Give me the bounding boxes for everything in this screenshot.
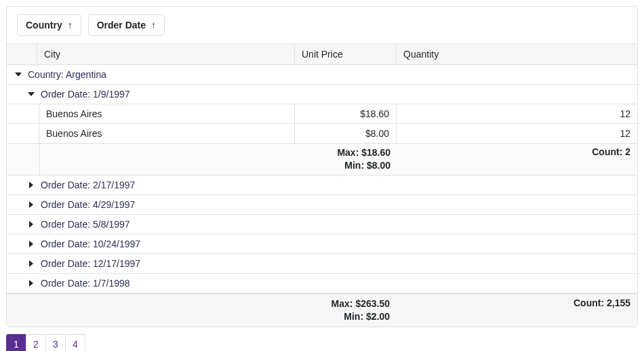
- cell-unit-price: $8.00: [295, 124, 397, 143]
- page-4[interactable]: 4: [65, 334, 85, 351]
- header-unit-price[interactable]: Unit Price: [295, 44, 397, 64]
- caret-right-icon[interactable]: [26, 180, 37, 190]
- table-row[interactable]: Buenos Aires$8.0012: [7, 124, 637, 144]
- pagination: 1234: [6, 334, 638, 351]
- caret-down-icon[interactable]: [26, 89, 37, 100]
- group-label: Order Date: 1/9/1997: [41, 89, 130, 100]
- grid-footer-summary: Max: $263.50 Min: $2.00 Count: 2,155: [7, 293, 637, 327]
- summary-min: Min: $8.00: [47, 159, 390, 172]
- cell-quantity: 12: [397, 124, 637, 143]
- group-row-orderdate[interactable]: Order Date: 2/17/1997: [7, 176, 637, 195]
- chip-label: Order Date: [97, 20, 146, 30]
- cell-city: Buenos Aires: [39, 104, 295, 123]
- group-row-orderdate[interactable]: Order Date: 1/9/1997: [7, 85, 637, 104]
- group-label: Order Date: 1/7/1998: [41, 278, 130, 289]
- group-chip-orderdate[interactable]: Order Date ↑: [88, 14, 165, 36]
- group-row-orderdate[interactable]: Order Date: 4/29/1997: [7, 195, 637, 215]
- indent-spacer: [7, 144, 39, 175]
- group-row-orderdate[interactable]: Order Date: 1/7/1998: [7, 274, 637, 293]
- group-label: Order Date: 4/29/1997: [41, 199, 135, 210]
- arrow-up-icon: ↑: [68, 20, 73, 30]
- summary-max: Max: $18.60: [47, 146, 390, 159]
- footer-price-summary: Max: $263.50 Min: $2.00: [7, 294, 397, 327]
- group-label: Order Date: 2/17/1997: [41, 180, 135, 190]
- group-label: Order Date: 10/24/1997: [41, 239, 140, 249]
- group-summary: Max: $18.60Min: $8.00Count: 2: [7, 144, 637, 176]
- page-2[interactable]: 2: [26, 334, 46, 351]
- indent-spacer: [7, 104, 39, 123]
- cell-quantity: 12: [397, 104, 637, 123]
- cell-city: Buenos Aires: [39, 124, 295, 143]
- header-quantity[interactable]: Quantity: [397, 44, 637, 64]
- group-chips-area: Country ↑ Order Date ↑: [7, 7, 637, 43]
- group-label: Country: Argentina: [28, 69, 106, 80]
- footer-count: Count: 2,155: [397, 294, 637, 327]
- group-chip-country[interactable]: Country ↑: [17, 14, 81, 36]
- footer-max: Max: $263.50: [14, 297, 390, 310]
- indent-spacer: [7, 124, 39, 143]
- group-row-orderdate[interactable]: Order Date: 10/24/1997: [7, 234, 637, 254]
- group-label: Order Date: 12/17/1997: [41, 258, 140, 269]
- page-1[interactable]: 1: [6, 334, 26, 351]
- caret-down-icon[interactable]: [13, 69, 24, 80]
- date-groups: Order Date: 1/9/1997Buenos Aires$18.6012…: [7, 85, 637, 293]
- caret-right-icon[interactable]: [26, 239, 37, 249]
- cell-unit-price: $18.60: [295, 104, 397, 123]
- grid-panel: Country ↑ Order Date ↑ City Unit Price Q…: [6, 6, 638, 327]
- header-spacer: [7, 44, 37, 64]
- footer-min: Min: $2.00: [14, 310, 390, 323]
- caret-right-icon[interactable]: [26, 278, 37, 289]
- table-row[interactable]: Buenos Aires$18.6012: [7, 104, 637, 124]
- summary-count: Count: 2: [397, 144, 637, 175]
- caret-right-icon[interactable]: [26, 258, 37, 269]
- summary-price: Max: $18.60Min: $8.00: [40, 144, 397, 175]
- caret-right-icon[interactable]: [26, 219, 37, 230]
- caret-right-icon[interactable]: [26, 199, 37, 210]
- arrow-up-icon: ↑: [151, 20, 156, 30]
- group-row-country[interactable]: Country: Argentina: [7, 65, 637, 85]
- header-city[interactable]: City: [37, 44, 295, 64]
- column-headers: City Unit Price Quantity: [7, 43, 637, 65]
- chip-label: Country: [26, 20, 62, 30]
- group-label: Order Date: 5/8/1997: [41, 219, 130, 230]
- group-row-orderdate[interactable]: Order Date: 12/17/1997: [7, 254, 637, 274]
- page-3[interactable]: 3: [45, 334, 66, 351]
- group-row-orderdate[interactable]: Order Date: 5/8/1997: [7, 215, 637, 234]
